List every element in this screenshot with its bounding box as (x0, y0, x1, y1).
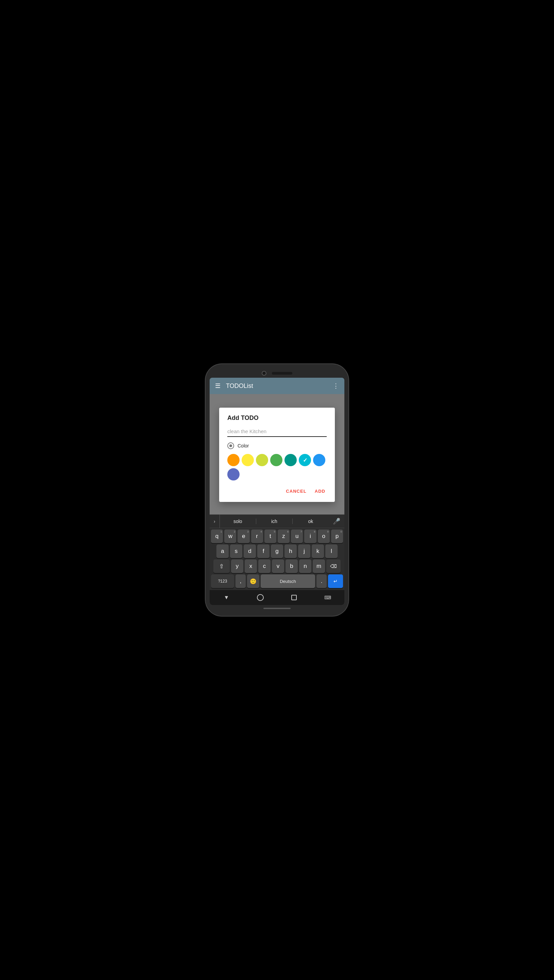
dialog-overlay: Add TODO Color CANCEL ADD (210, 394, 344, 514)
key-p[interactable]: 0p (331, 530, 343, 543)
color-radio-icon (227, 442, 234, 449)
more-icon[interactable]: ⋮ (333, 382, 339, 390)
mic-icon[interactable]: 🎤 (329, 517, 344, 525)
background-content: Add TODO Color CANCEL ADD (210, 394, 344, 514)
home-indicator (263, 608, 291, 609)
key-j[interactable]: j (298, 544, 310, 558)
phone-top-bar (210, 368, 344, 378)
key-b[interactable]: b (285, 559, 298, 573)
color-swatches (227, 454, 327, 480)
app-title: TODOList (226, 382, 333, 390)
color-swatch-green[interactable] (270, 454, 282, 466)
comma-key[interactable]: , (236, 574, 246, 588)
key-k[interactable]: k (312, 544, 324, 558)
key-d[interactable]: d (244, 544, 256, 558)
key-m[interactable]: m (313, 559, 325, 573)
home-button[interactable] (254, 592, 266, 604)
navigation-bar: ▼ ⌨ (210, 590, 344, 605)
key-l[interactable]: l (325, 544, 337, 558)
symbols-key[interactable]: ?123 (211, 574, 234, 588)
add-button[interactable]: ADD (314, 486, 327, 496)
suggestion-2[interactable]: ich (256, 519, 293, 524)
recents-icon (291, 595, 297, 600)
key-v[interactable]: v (272, 559, 284, 573)
key-row-4: ?123 , 🙂 Deutsch . ↵ (211, 574, 343, 588)
keyboard-keys: 1q 2w 3e 4r 5t 6z 7u 8i 9o 0p a s d f (210, 528, 344, 590)
suggestion-1[interactable]: solo (220, 519, 256, 524)
key-t[interactable]: 5t (264, 530, 276, 543)
color-swatch-orange[interactable] (227, 454, 240, 466)
key-y[interactable]: y (231, 559, 243, 573)
color-swatch-lime[interactable] (256, 454, 268, 466)
color-swatch-indigo[interactable] (227, 468, 240, 480)
phone-device: ☰ TODOList ⋮ Add TODO Color (205, 364, 349, 616)
suggestion-3[interactable]: ok (293, 519, 329, 524)
color-swatch-yellow[interactable] (242, 454, 254, 466)
key-w[interactable]: 2w (224, 530, 236, 543)
key-z[interactable]: 6z (278, 530, 290, 543)
key-row-1: 1q 2w 3e 4r 5t 6z 7u 8i 9o 0p (211, 530, 343, 543)
key-row-2: a s d f g h j k l (211, 544, 343, 558)
shift-key[interactable]: ⇧ (213, 559, 230, 573)
color-label: Color (237, 443, 249, 449)
key-u[interactable]: 7u (291, 530, 303, 543)
app-bar: ☰ TODOList ⋮ (210, 378, 344, 394)
color-radio-inner (229, 444, 232, 447)
todo-input[interactable] (227, 427, 327, 437)
phone-bottom (210, 605, 344, 612)
key-e[interactable]: 3e (237, 530, 250, 543)
emoji-key[interactable]: 🙂 (247, 574, 259, 588)
key-c[interactable]: c (258, 559, 271, 573)
key-f[interactable]: f (257, 544, 269, 558)
key-row-3: ⇧ y x c v b n m ⌫ (211, 559, 343, 573)
cancel-button[interactable]: CANCEL (285, 486, 307, 496)
color-swatch-cyan[interactable] (299, 454, 311, 466)
dialog-title: Add TODO (227, 414, 327, 422)
color-row: Color (227, 442, 327, 449)
key-a[interactable]: a (217, 544, 229, 558)
key-r[interactable]: 4r (251, 530, 263, 543)
key-h[interactable]: h (285, 544, 297, 558)
keyboard-expand-icon[interactable]: › (210, 514, 220, 528)
key-q[interactable]: 1q (211, 530, 223, 543)
key-s[interactable]: s (230, 544, 242, 558)
dialog-actions: CANCEL ADD (227, 486, 327, 496)
key-i[interactable]: 8i (304, 530, 316, 543)
phone-screen: ☰ TODOList ⋮ Add TODO Color (210, 378, 344, 605)
keyboard-button[interactable]: ⌨ (322, 592, 334, 604)
color-swatch-teal[interactable] (285, 454, 297, 466)
key-x[interactable]: x (245, 559, 257, 573)
add-todo-dialog: Add TODO Color CANCEL ADD (219, 408, 335, 502)
camera (262, 371, 266, 375)
backspace-key[interactable]: ⌫ (326, 559, 341, 573)
menu-icon[interactable]: ☰ (215, 382, 221, 390)
period-key[interactable]: . (317, 574, 327, 588)
recents-button[interactable] (288, 592, 300, 604)
key-n[interactable]: n (299, 559, 311, 573)
space-key[interactable]: Deutsch (261, 574, 315, 588)
back-button[interactable]: ▼ (221, 592, 233, 604)
speaker (272, 372, 292, 375)
color-swatch-blue[interactable] (313, 454, 325, 466)
home-icon (257, 594, 264, 601)
keyboard: › solo ich ok 🎤 1q 2w 3e 4r 5t 6z (210, 514, 344, 590)
key-o[interactable]: 9o (318, 530, 330, 543)
keyboard-suggestions: solo ich ok (220, 519, 329, 524)
key-g[interactable]: g (271, 544, 283, 558)
keyboard-suggestions-bar: › solo ich ok 🎤 (210, 514, 344, 528)
enter-key[interactable]: ↵ (328, 574, 343, 588)
